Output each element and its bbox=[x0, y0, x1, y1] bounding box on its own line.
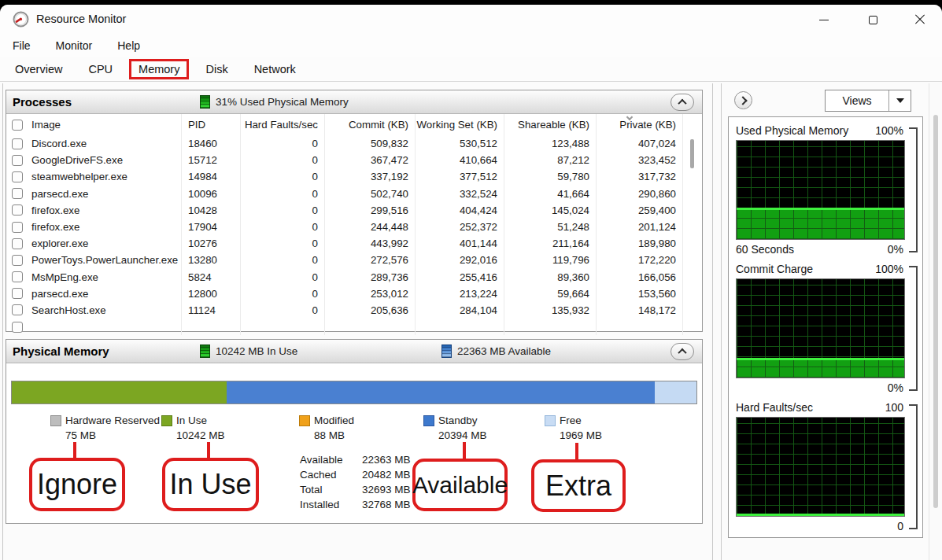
row-checkbox-cell bbox=[6, 202, 25, 219]
legend-label: Modified bbox=[314, 414, 354, 426]
column-header-shareable[interactable]: Shareable (KB) bbox=[504, 114, 596, 135]
memory-bar-segment bbox=[227, 381, 655, 403]
process-name: explorer.exe bbox=[25, 235, 181, 252]
tab[interactable]: Overview bbox=[6, 59, 72, 79]
table-row[interactable]: Discord.exe 18460 0 509,832 530,512 123,… bbox=[6, 135, 683, 152]
process-working-set: 292,016 bbox=[415, 252, 504, 268]
process-working-set bbox=[415, 319, 504, 335]
column-header-image[interactable]: Image bbox=[25, 114, 181, 135]
chevron-right-icon bbox=[738, 96, 747, 105]
sidebar-expand-button[interactable] bbox=[734, 91, 752, 109]
stats-row: Available 22363 MB bbox=[300, 452, 411, 467]
row-checkbox[interactable] bbox=[12, 304, 23, 315]
process-pid: 10096 bbox=[181, 186, 240, 202]
table-row[interactable]: explorer.exe 10276 0 443,992 401,144 211… bbox=[6, 235, 683, 252]
table-row[interactable]: parsecd.exe 10096 0 502,740 332,524 41,6… bbox=[6, 186, 683, 202]
maximize-button[interactable] bbox=[855, 5, 891, 35]
graph-canvas bbox=[736, 140, 905, 240]
column-header-hard-faults[interactable]: Hard Faults/sec bbox=[240, 114, 324, 135]
table-row[interactable]: steamwebhelper.exe 14984 0 337,192 377,5… bbox=[6, 168, 683, 185]
table-row[interactable]: SearchHost.exe 11124 0 205,636 284,104 1… bbox=[6, 302, 683, 319]
process-hard-faults: 0 bbox=[240, 269, 324, 286]
select-all-checkbox-cell bbox=[6, 114, 25, 135]
process-name: steamwebhelper.exe bbox=[25, 168, 181, 185]
row-checkbox[interactable] bbox=[12, 255, 23, 266]
row-checkbox[interactable] bbox=[12, 288, 23, 299]
available-status: 22363 MB Available bbox=[441, 344, 551, 358]
row-checkbox[interactable] bbox=[12, 322, 23, 333]
views-button[interactable]: Views bbox=[825, 90, 911, 112]
process-commit: 509,832 bbox=[324, 135, 415, 152]
annotation-line-in-use bbox=[207, 442, 210, 459]
graph-fill-area bbox=[737, 514, 904, 516]
row-checkbox[interactable] bbox=[12, 171, 23, 182]
process-private: 166,056 bbox=[596, 269, 683, 286]
vertical-scrollbar[interactable] bbox=[929, 83, 940, 560]
table-row[interactable]: MsMpEng.exe 5824 0 289,736 255,416 89,36… bbox=[6, 269, 683, 286]
process-shareable: 51,248 bbox=[504, 219, 596, 235]
column-header-private[interactable]: Private (KB) bbox=[596, 114, 683, 135]
select-all-checkbox[interactable] bbox=[12, 120, 23, 131]
process-working-set: 332,524 bbox=[415, 186, 504, 202]
process-pid: 10428 bbox=[181, 202, 240, 219]
table-row[interactable]: GoogleDriveFS.exe 15712 0 367,472 410,66… bbox=[6, 152, 683, 168]
vertical-scrollbar-thumb[interactable] bbox=[933, 115, 938, 508]
row-checkbox-cell bbox=[6, 186, 25, 202]
stats-row: Total 32693 MB bbox=[300, 482, 411, 497]
row-checkbox-cell bbox=[6, 302, 25, 319]
column-header-working-set[interactable]: Working Set (KB) bbox=[415, 114, 504, 135]
row-checkbox[interactable] bbox=[12, 222, 23, 233]
row-checkbox-cell bbox=[6, 168, 25, 185]
tab[interactable]: Disk bbox=[196, 59, 237, 79]
process-private: 172,220 bbox=[596, 252, 683, 268]
process-commit: 502,740 bbox=[324, 186, 415, 202]
legend-item: Standby 20394 MB bbox=[423, 414, 487, 441]
row-checkbox-cell bbox=[6, 269, 25, 286]
tab[interactable]: CPU bbox=[79, 59, 122, 79]
table-row[interactable]: firefox.exe 10428 0 299,516 404,424 145,… bbox=[6, 202, 683, 219]
process-shareable: 59,780 bbox=[504, 168, 596, 185]
graph-value-line bbox=[737, 358, 904, 360]
minimize-button[interactable] bbox=[806, 5, 842, 35]
process-hard-faults: 0 bbox=[240, 186, 324, 202]
stats-label: Available bbox=[300, 452, 362, 467]
legend-item: Free 1969 MB bbox=[545, 414, 602, 441]
table-row-partial[interactable] bbox=[6, 319, 683, 335]
process-commit: 443,992 bbox=[324, 235, 415, 252]
process-working-set: 255,416 bbox=[415, 269, 504, 286]
graph-max-label: 100 bbox=[885, 401, 903, 414]
graph-canvas bbox=[736, 417, 905, 517]
table-scrollbar-thumb[interactable] bbox=[690, 139, 694, 168]
menu-item[interactable]: Monitor bbox=[53, 38, 96, 53]
table-row[interactable]: parsecd.exe 12800 0 253,012 213,224 59,6… bbox=[6, 286, 683, 302]
graph-value-line bbox=[737, 514, 904, 516]
tab[interactable]: Memory bbox=[129, 59, 189, 79]
menu-item[interactable]: Help bbox=[114, 38, 143, 53]
memory-bar-segment bbox=[12, 381, 227, 403]
column-header-commit[interactable]: Commit (KB) bbox=[324, 114, 415, 135]
stats-row: Installed 32768 MB bbox=[300, 497, 411, 512]
stats-label: Cached bbox=[300, 467, 362, 482]
process-hard-faults: 0 bbox=[240, 135, 324, 152]
physical-memory-collapse-button[interactable] bbox=[670, 343, 694, 360]
table-row[interactable]: PowerToys.PowerLauncher.exe 13280 0 272,… bbox=[6, 252, 683, 268]
row-checkbox[interactable] bbox=[12, 204, 23, 216]
graph-max-label: 100% bbox=[875, 124, 903, 137]
row-checkbox[interactable] bbox=[12, 188, 23, 199]
tab[interactable]: Network bbox=[245, 59, 305, 79]
process-hard-faults: 0 bbox=[240, 235, 324, 252]
panel-splitter[interactable] bbox=[712, 83, 722, 560]
table-row[interactable]: firefox.exe 17904 0 244,448 252,372 51,2… bbox=[6, 219, 683, 235]
column-header-pid[interactable]: PID bbox=[181, 114, 240, 135]
row-checkbox[interactable] bbox=[12, 238, 23, 249]
views-dropdown-arrow[interactable] bbox=[888, 90, 911, 111]
row-checkbox[interactable] bbox=[12, 271, 23, 282]
row-checkbox[interactable] bbox=[12, 155, 23, 166]
title-bar: Resource Monitor bbox=[0, 5, 942, 35]
menu-item[interactable]: File bbox=[9, 38, 34, 53]
close-button[interactable] bbox=[902, 5, 938, 35]
process-commit bbox=[324, 319, 415, 335]
processes-collapse-button[interactable] bbox=[670, 94, 694, 111]
row-checkbox[interactable] bbox=[12, 138, 23, 149]
process-private: 290,860 bbox=[596, 186, 683, 202]
